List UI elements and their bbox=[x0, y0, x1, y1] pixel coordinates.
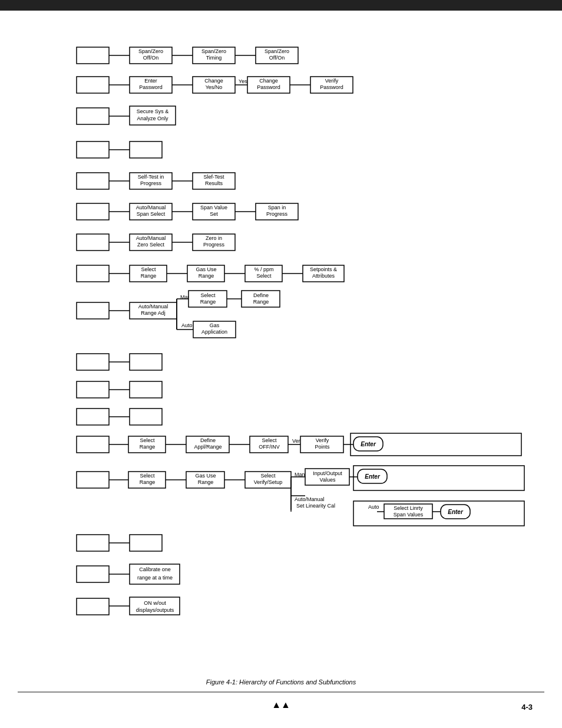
svg-text:Span Values: Span Values bbox=[394, 512, 424, 518]
svg-text:% / ppm: % / ppm bbox=[254, 266, 273, 272]
svg-text:Auto/Manual: Auto/Manual bbox=[136, 205, 166, 210]
svg-text:Set: Set bbox=[210, 211, 218, 217]
svg-text:Off/On: Off/On bbox=[143, 55, 158, 61]
svg-rect-0 bbox=[77, 47, 109, 64]
svg-text:Set Linearity Cal: Set Linearity Cal bbox=[296, 503, 335, 509]
svg-text:OFF/INV: OFF/INV bbox=[259, 444, 280, 450]
svg-text:Verify: Verify bbox=[316, 437, 329, 443]
svg-rect-176 bbox=[77, 535, 109, 551]
svg-text:Slef-Test: Slef-Test bbox=[203, 174, 224, 180]
svg-rect-115 bbox=[77, 409, 109, 425]
svg-text:Password: Password bbox=[139, 84, 163, 90]
svg-text:Gas Use: Gas Use bbox=[195, 473, 216, 479]
svg-text:Enter: Enter bbox=[448, 509, 464, 515]
svg-text:Span/Zero: Span/Zero bbox=[138, 48, 163, 54]
svg-text:Enter: Enter bbox=[144, 78, 157, 84]
svg-rect-177 bbox=[130, 535, 162, 551]
svg-text:Select: Select bbox=[140, 473, 155, 479]
svg-text:Span Value: Span Value bbox=[200, 205, 227, 210]
svg-text:Zero in: Zero in bbox=[206, 235, 222, 241]
svg-text:Auto/Manual: Auto/Manual bbox=[138, 304, 168, 309]
svg-text:Yes: Yes bbox=[239, 78, 247, 84]
svg-text:Secure Sys &: Secure Sys & bbox=[137, 108, 169, 114]
svg-text:Verify: Verify bbox=[325, 78, 339, 84]
svg-text:Progress: Progress bbox=[266, 211, 288, 217]
svg-text:Values: Values bbox=[320, 477, 336, 483]
svg-text:Span/Zero: Span/Zero bbox=[265, 48, 289, 54]
svg-text:Timing: Timing bbox=[206, 55, 222, 61]
svg-text:Input/Output: Input/Output bbox=[313, 470, 342, 476]
svg-text:Gas: Gas bbox=[210, 322, 220, 328]
svg-text:range at a time: range at a time bbox=[137, 575, 173, 581]
svg-rect-184 bbox=[77, 598, 109, 615]
svg-text:Range: Range bbox=[141, 273, 157, 279]
svg-text:Select: Select bbox=[140, 437, 155, 443]
svg-rect-112 bbox=[77, 381, 109, 398]
svg-text:Analyze  Only: Analyze Only bbox=[137, 116, 168, 121]
svg-rect-48 bbox=[77, 203, 109, 220]
hierarchy-diagram: Span/Zero Off/On Span/Zero Timing Span/Z… bbox=[0, 15, 562, 699]
svg-rect-36 bbox=[77, 141, 109, 158]
svg-rect-13 bbox=[77, 77, 109, 93]
svg-text:Select: Select bbox=[260, 473, 276, 479]
svg-text:Progress: Progress bbox=[140, 180, 162, 186]
svg-text:Define: Define bbox=[200, 437, 216, 443]
svg-rect-110 bbox=[130, 354, 162, 370]
svg-rect-113 bbox=[130, 381, 162, 398]
svg-rect-31 bbox=[77, 108, 109, 124]
svg-rect-140 bbox=[77, 472, 109, 488]
svg-text:Auto/Manual: Auto/Manual bbox=[136, 235, 166, 241]
svg-text:Span Select: Span Select bbox=[137, 211, 166, 217]
svg-text:Self-Test in: Self-Test in bbox=[138, 174, 164, 180]
svg-text:Range: Range bbox=[253, 299, 269, 305]
svg-text:Range: Range bbox=[140, 479, 156, 485]
svg-text:Results: Results bbox=[205, 180, 223, 186]
svg-text:Range Adj: Range Adj bbox=[141, 310, 166, 316]
svg-text:Password: Password bbox=[320, 84, 343, 90]
svg-text:Auto: Auto bbox=[368, 504, 379, 510]
top-bar bbox=[0, 0, 562, 11]
svg-text:Enter: Enter bbox=[361, 441, 376, 447]
svg-rect-118 bbox=[77, 436, 109, 453]
svg-rect-116 bbox=[130, 409, 162, 425]
svg-text:Ver: Ver bbox=[292, 438, 300, 444]
svg-rect-179 bbox=[77, 566, 109, 582]
svg-text:Gas Use: Gas Use bbox=[196, 266, 216, 272]
svg-text:Span in: Span in bbox=[268, 205, 286, 210]
svg-text:Setpoints &: Setpoints & bbox=[310, 266, 337, 272]
svg-text:Select: Select bbox=[200, 292, 216, 298]
svg-rect-37 bbox=[130, 141, 162, 158]
svg-text:Enter: Enter bbox=[365, 473, 381, 480]
page-number: 4-3 bbox=[521, 703, 533, 711]
svg-text:Calibrate one: Calibrate one bbox=[139, 566, 171, 572]
svg-text:Auto: Auto bbox=[181, 322, 193, 328]
svg-text:Select: Select bbox=[141, 266, 156, 272]
svg-text:ON w/out: ON w/out bbox=[144, 600, 166, 606]
svg-text:Range: Range bbox=[198, 479, 214, 485]
svg-text:Application: Application bbox=[201, 329, 227, 335]
svg-text:Range: Range bbox=[199, 273, 214, 279]
svg-text:displays/outputs: displays/outputs bbox=[136, 607, 174, 613]
svg-rect-109 bbox=[77, 354, 109, 370]
svg-text:Range: Range bbox=[140, 444, 156, 450]
page-arrow: ▲▲ bbox=[272, 700, 290, 710]
svg-text:Range: Range bbox=[200, 299, 216, 305]
svg-rect-61 bbox=[77, 234, 109, 251]
svg-text:Yes/No: Yes/No bbox=[206, 84, 223, 90]
svg-text:Appl/Range: Appl/Range bbox=[194, 444, 222, 450]
svg-text:Points: Points bbox=[315, 444, 330, 450]
svg-text:Select Linrty: Select Linrty bbox=[394, 505, 423, 511]
svg-text:Select: Select bbox=[256, 273, 272, 279]
figure-caption: Figure 4-1: Hierarchy of Functions and S… bbox=[0, 678, 562, 686]
svg-text:Span/Zero: Span/Zero bbox=[201, 48, 226, 54]
svg-rect-39 bbox=[77, 173, 109, 189]
svg-rect-87 bbox=[77, 302, 109, 319]
svg-text:Auto/Manual: Auto/Manual bbox=[295, 496, 325, 502]
svg-rect-70 bbox=[77, 265, 109, 282]
svg-text:Change: Change bbox=[204, 78, 223, 84]
svg-text:Verify/Setup: Verify/Setup bbox=[254, 479, 283, 485]
bottom-divider bbox=[18, 691, 544, 693]
svg-text:Select: Select bbox=[262, 437, 277, 443]
svg-text:Off/On: Off/On bbox=[269, 55, 285, 61]
svg-text:Zero Select: Zero Select bbox=[137, 242, 165, 248]
